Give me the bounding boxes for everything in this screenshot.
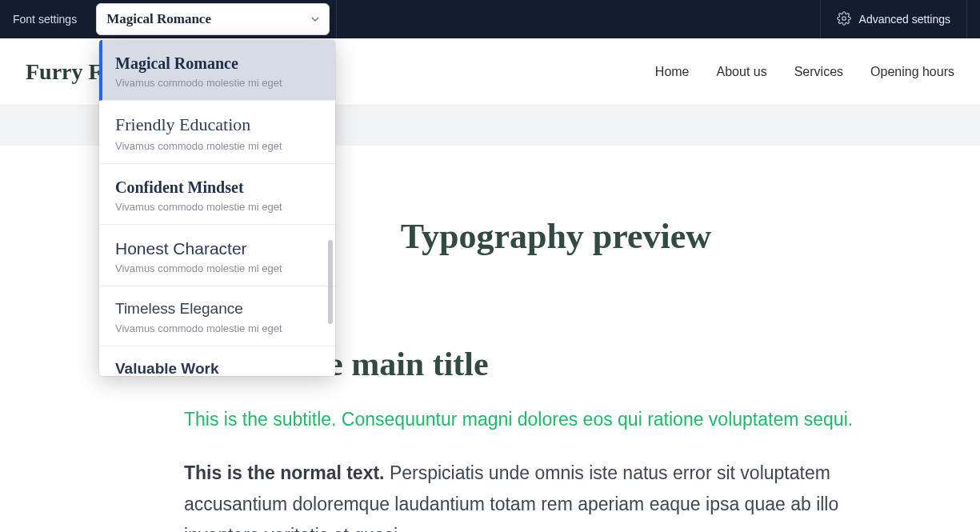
font-option-title: Timeless Elegance <box>115 299 319 319</box>
gear-icon <box>837 11 851 28</box>
advanced-settings-button[interactable]: Advanced settings <box>821 0 966 38</box>
site-nav: HomeAbout usServicesOpening hours <box>655 65 954 79</box>
preview-body-text: This is the normal text. Perspiciatis un… <box>184 458 880 533</box>
font-option-title: Valuable Work <box>115 359 319 376</box>
font-option-sample: Vivamus commodo molestie mi eget <box>115 140 319 152</box>
nav-item-about-us[interactable]: About us <box>717 65 767 79</box>
toolbar-divider <box>966 0 967 38</box>
preview-main-title: e main title <box>328 345 880 383</box>
nav-item-opening-hours[interactable]: Opening hours <box>870 65 954 79</box>
font-select-value: Magical Romance <box>106 11 211 27</box>
top-toolbar: Font settings Magical Romance Advanced s… <box>0 0 980 38</box>
svg-point-0 <box>842 16 846 20</box>
font-option-title: Honest Character <box>115 238 319 259</box>
font-settings-label: Font settings <box>0 0 90 38</box>
font-option-confident-mindset[interactable]: Confident MindsetVivamus commodo molesti… <box>99 164 335 225</box>
font-option-valuable-work[interactable]: Valuable Work <box>99 346 335 376</box>
font-option-sample: Vivamus commodo molestie mi eget <box>115 201 319 213</box>
font-option-sample: Vivamus commodo molestie mi eget <box>115 322 319 334</box>
font-option-title: Confident Mindset <box>115 177 319 198</box>
preview-body-strong: This is the normal text. <box>184 462 385 483</box>
dropdown-scrollbar-thumb[interactable] <box>328 240 333 324</box>
font-option-title: Magical Romance <box>115 53 319 74</box>
font-dropdown[interactable]: Magical RomanceVivamus commodo molestie … <box>99 40 335 376</box>
font-option-friendly-education[interactable]: Friendly EducationVivamus commodo molest… <box>99 101 335 164</box>
toolbar-divider <box>336 0 337 38</box>
font-option-timeless-elegance[interactable]: Timeless EleganceVivamus commodo molesti… <box>99 286 335 346</box>
font-option-sample: Vivamus commodo molestie mi eget <box>115 77 319 89</box>
chevron-down-icon <box>311 15 319 23</box>
nav-item-services[interactable]: Services <box>794 65 843 79</box>
nav-item-home[interactable]: Home <box>655 65 690 79</box>
font-option-honest-character[interactable]: Honest CharacterVivamus commodo molestie… <box>99 225 335 286</box>
font-option-title: Friendly Education <box>115 114 319 137</box>
font-option-magical-romance[interactable]: Magical RomanceVivamus commodo molestie … <box>99 40 335 101</box>
font-select[interactable]: Magical Romance <box>96 3 330 35</box>
font-option-sample: Vivamus commodo molestie mi eget <box>115 262 319 274</box>
advanced-settings-label: Advanced settings <box>859 13 950 26</box>
preview-subtitle: This is the subtitle. Consequuntur magni… <box>184 406 880 434</box>
